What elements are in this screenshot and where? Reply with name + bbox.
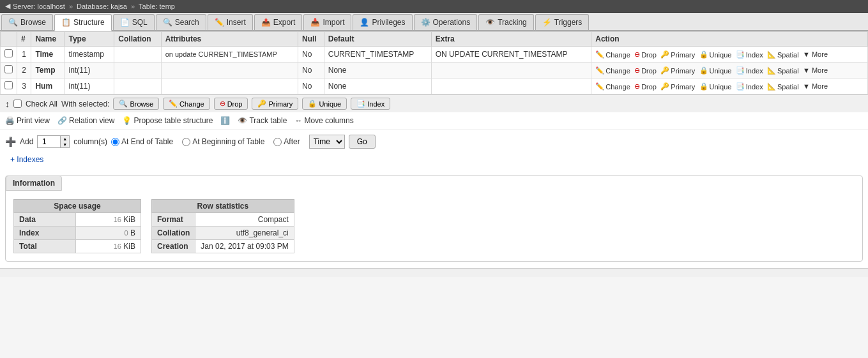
primary-link[interactable]: 🔑Primary — [660, 82, 695, 91]
sep1: » — [69, 3, 73, 10]
tracking-tab-label: Tracking — [498, 18, 527, 27]
row-checkbox[interactable] — [4, 65, 13, 73]
title-back-arrow[interactable]: ◀ — [5, 2, 10, 10]
tab-structure[interactable]: 📋Structure — [54, 14, 112, 31]
row-attributes — [161, 78, 298, 94]
change-icon: ✏️ — [169, 100, 178, 108]
bulk-drop-button[interactable]: ⊖ Drop — [214, 98, 248, 110]
unique-link[interactable]: 🔒Unique — [699, 50, 732, 59]
col-null-header: Null — [298, 32, 324, 47]
num-columns-input[interactable] — [38, 136, 60, 147]
info-tables: Space usage Data16 KiBIndex0 BTotal16 Ki… — [6, 191, 862, 261]
indexes-link[interactable]: + Indexes — [5, 154, 49, 165]
tab-triggers[interactable]: ⚡Triggers — [535, 14, 590, 30]
import-tab-icon: 📥 — [310, 18, 320, 27]
tab-export[interactable]: 📤Export — [254, 14, 303, 30]
unique-link[interactable]: 🔒Unique — [699, 82, 732, 91]
relation-view-link[interactable]: 🔗 Relation view — [57, 116, 114, 125]
tab-privileges[interactable]: 👤Privileges — [353, 14, 412, 30]
change-link[interactable]: ✏️Change — [595, 82, 630, 91]
bulk-change-button[interactable]: ✏️ Change — [163, 98, 210, 110]
col-collation-header: Collation — [114, 32, 161, 47]
row-checkbox[interactable] — [4, 49, 13, 57]
row-stat-row: FormatCompact — [152, 213, 294, 227]
more-link[interactable]: ▼ More — [803, 66, 828, 74]
spatial-link[interactable]: 📐Spatial — [767, 66, 799, 75]
structure-table: # Name Type Collation Attributes Null De… — [0, 31, 868, 94]
propose-structure-link[interactable]: 💡 Propose table structure — [122, 116, 213, 125]
tab-search[interactable]: 🔍Search — [156, 14, 206, 30]
go-button[interactable]: Go — [349, 135, 376, 149]
triggers-tab-icon: ⚡ — [542, 18, 552, 27]
at-beginning-radio[interactable] — [182, 138, 190, 146]
pencil-icon: ✏️ — [595, 66, 604, 75]
bulk-index-button[interactable]: 📑 Index — [351, 98, 390, 110]
move-icon: ↔️ — [294, 116, 302, 125]
row-stat-row: CreationJan 02, 2017 at 09:03 PM — [152, 240, 294, 253]
with-selected-label: With selected: — [61, 100, 109, 108]
track-table-link[interactable]: 👁️ Track table — [238, 116, 287, 125]
more-link[interactable]: ▼ More — [803, 82, 828, 90]
space-usage-row: Total16 KiB — [14, 240, 141, 253]
tab-sql[interactable]: 📄SQL — [113, 14, 155, 30]
unique-icon: 🔒 — [699, 66, 708, 75]
spin-down-button[interactable]: ▼ — [61, 142, 69, 147]
space-value: 16 KiB — [75, 240, 141, 253]
row-default: None — [324, 63, 431, 78]
check-all-label[interactable]: Check All — [26, 100, 57, 108]
tab-insert[interactable]: ✏️Insert — [208, 14, 253, 30]
row-default: CURRENT_TIMESTAMP — [324, 47, 431, 63]
print-view-link[interactable]: 🖨️ Print view — [5, 116, 50, 125]
index-link[interactable]: 📑Index — [736, 50, 763, 59]
main-content: # Name Type Collation Attributes Null De… — [0, 31, 868, 277]
tab-operations[interactable]: ⚙️Operations — [414, 14, 478, 30]
at-end-radio[interactable] — [111, 138, 119, 146]
index-icon: 📑 — [736, 82, 745, 91]
check-all-checkbox[interactable] — [13, 100, 22, 108]
col-default-header: Default — [324, 32, 431, 47]
at-beginning-label[interactable]: At Beginning of Table — [182, 137, 264, 146]
tab-import[interactable]: 📥Import — [303, 14, 351, 30]
after-field-select[interactable]: TimeTempHum — [309, 135, 345, 149]
tab-tracking[interactable]: 👁️Tracking — [478, 14, 534, 30]
more-link[interactable]: ▼ More — [803, 50, 828, 58]
row-name: Hum — [31, 78, 65, 94]
export-tab-label: Export — [273, 18, 296, 27]
primary-link[interactable]: 🔑Primary — [660, 50, 695, 59]
row-null: No — [298, 63, 324, 78]
drop-link[interactable]: ⊖Drop — [634, 50, 657, 59]
at-end-label[interactable]: At End of Table — [111, 137, 173, 146]
row-num: 3 — [17, 78, 31, 94]
after-label[interactable]: After — [273, 137, 300, 146]
spatial-link[interactable]: 📐Spatial — [767, 50, 799, 59]
change-link[interactable]: ✏️Change — [595, 50, 630, 59]
unique-icon: 🔒 — [699, 50, 708, 59]
drop-link[interactable]: ⊖Drop — [634, 66, 657, 75]
index-link[interactable]: 📑Index — [736, 66, 763, 75]
bulk-unique-button[interactable]: 🔒 Unique — [302, 98, 347, 110]
search-tab-icon: 🔍 — [163, 18, 172, 27]
move-columns-link[interactable]: ↔️ Move columns — [294, 116, 353, 125]
row-checkbox[interactable] — [4, 81, 13, 89]
col-action-header: Action — [591, 32, 868, 47]
index-link[interactable]: 📑Index — [736, 82, 763, 91]
track-icon: 👁️ — [238, 116, 247, 125]
change-link[interactable]: ✏️Change — [595, 66, 630, 75]
spatial-link[interactable]: 📐Spatial — [767, 82, 799, 91]
drop-link[interactable]: ⊖Drop — [634, 82, 657, 91]
stat-label: Format — [152, 213, 195, 227]
bulk-browse-button[interactable]: 🔍 Browse — [113, 98, 159, 110]
position-radio-group: At End of Table At Beginning of Table Af… — [111, 135, 345, 149]
after-radio[interactable] — [273, 138, 282, 146]
drop-icon: ⊖ — [634, 66, 640, 75]
scrollbar-area[interactable] — [0, 268, 868, 277]
browse-tab-label: Browse — [20, 18, 46, 27]
key-icon: 🔑 — [660, 82, 669, 91]
tab-browse[interactable]: 🔍Browse — [1, 14, 53, 30]
unique-link[interactable]: 🔒Unique — [699, 66, 732, 75]
information-section: Information Space usage Data16 KiBIndex0… — [5, 175, 863, 262]
bulk-primary-button[interactable]: 🔑 Primary — [252, 98, 298, 110]
spin-up-button[interactable]: ▲ — [61, 136, 69, 142]
primary-link[interactable]: 🔑Primary — [660, 66, 695, 75]
insert-tab-label: Insert — [227, 18, 246, 27]
